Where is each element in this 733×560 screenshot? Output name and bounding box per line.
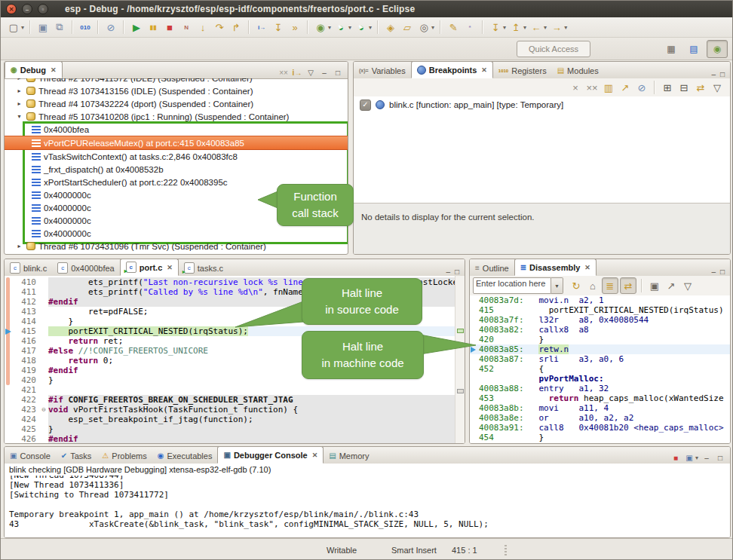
line-ruler[interactable] bbox=[5, 317, 14, 326]
thread-row[interactable]: ▸Thread #2 1073411572 (IDLE) (Suspended … bbox=[5, 78, 348, 84]
tab-variables[interactable]: (x)= Variables bbox=[354, 63, 411, 78]
open-type-icon[interactable]: ◈ bbox=[383, 20, 398, 35]
close-icon[interactable]: ✕ bbox=[312, 451, 318, 459]
thread-row[interactable]: ▸Thread #3 1073413156 (IDLE) (Suspended … bbox=[5, 84, 348, 97]
minimize-icon[interactable]: – bbox=[711, 70, 716, 78]
back-icon[interactable]: ← bbox=[529, 20, 544, 35]
track-expression-toggle-icon[interactable]: ⇄ bbox=[620, 277, 636, 294]
view-instruction-step-icon[interactable]: i→ bbox=[291, 66, 303, 78]
breakpoints-list[interactable]: ✓ blink.c [function: app_main] [type: Te… bbox=[354, 96, 730, 203]
window-close-button[interactable]: ✕ bbox=[6, 4, 17, 14]
tab-problems[interactable]: ⚠ Problems bbox=[97, 448, 152, 464]
close-icon[interactable]: ✕ bbox=[51, 66, 57, 74]
remove-all-terminated-icon[interactable]: ×× bbox=[278, 66, 290, 78]
pin-editor-caret[interactable]: ▾ bbox=[523, 24, 526, 31]
minimize-icon[interactable]: – bbox=[446, 268, 450, 276]
stack-frame-row[interactable]: 0x4000bfea bbox=[5, 123, 348, 136]
disassembly-row[interactable]: 40083a7f: l32r a8, 0x40080544 bbox=[470, 315, 730, 325]
quick-access-box[interactable]: Quick Access bbox=[517, 41, 590, 57]
tab-port-c[interactable]: c port.c ✕ bbox=[120, 259, 179, 276]
line-ruler[interactable] bbox=[5, 434, 14, 443]
line-ruler[interactable] bbox=[5, 385, 14, 395]
disassembly-row[interactable]: 40083a88: entry a1, 32 bbox=[470, 384, 730, 393]
line-ruler[interactable] bbox=[5, 336, 14, 346]
debug-caret[interactable]: ▾ bbox=[328, 24, 331, 31]
run-caret[interactable]: ▾ bbox=[348, 24, 351, 31]
console-output[interactable]: [New Thread 1073408744][New Thread 10734… bbox=[5, 476, 730, 537]
collapse-all-icon[interactable]: ⊟ bbox=[676, 80, 692, 95]
new-view-icon[interactable]: ▣ bbox=[647, 278, 662, 293]
refresh-icon[interactable]: ↻ bbox=[569, 278, 584, 293]
goto-file-icon[interactable]: ↗ bbox=[618, 80, 633, 95]
console-terminate-icon[interactable]: ■ bbox=[670, 451, 682, 464]
line-ruler[interactable] bbox=[5, 415, 14, 424]
instruction-stepping-icon[interactable]: i→ bbox=[254, 20, 269, 35]
console-minimize-icon[interactable]: – bbox=[701, 451, 713, 464]
forward-icon[interactable]: → bbox=[549, 20, 564, 35]
thread-row[interactable]: ▾Thread #5 1073410208 (ipc1 : Running) (… bbox=[5, 110, 348, 123]
disassembly-row[interactable]: 415 portEXIT_CRITICAL_NESTED(irqStatus) bbox=[470, 305, 730, 315]
expand-arrow-icon[interactable]: ▸ bbox=[15, 87, 23, 94]
view-menu-icon[interactable]: ▽ bbox=[305, 66, 317, 78]
thread-row[interactable]: ▸Thread #4 1073432224 (dport) (Suspended… bbox=[5, 97, 348, 110]
disconnect-icon[interactable]: N bbox=[179, 20, 194, 35]
tab-debug[interactable]: ◉ Debug ✕ bbox=[5, 61, 63, 78]
tab-0x4000bfea[interactable]: c 0x4000bfea bbox=[52, 260, 120, 276]
horizontal-sash[interactable] bbox=[4, 255, 731, 259]
line-ruler[interactable] bbox=[5, 346, 14, 356]
forward-caret[interactable]: ▾ bbox=[564, 24, 567, 31]
show-source-toggle-icon[interactable]: ≣ bbox=[602, 277, 618, 294]
disassembly-row[interactable]: 40083a85: retw.n bbox=[470, 344, 730, 354]
fold-icon[interactable]: ⊖ bbox=[39, 405, 48, 415]
close-icon[interactable]: ✕ bbox=[584, 264, 590, 271]
display-console-caret[interactable]: ▾ bbox=[695, 454, 698, 461]
tab-blink-c[interactable]: c blink.c bbox=[5, 260, 52, 276]
line-ruler[interactable] bbox=[5, 405, 14, 415]
vertical-sash[interactable] bbox=[465, 259, 469, 444]
bp-view-menu-icon[interactable]: ▽ bbox=[710, 80, 725, 95]
disassembly-row[interactable]: 40083a91: call8 0x40081b20 <heap_caps_ma… bbox=[470, 423, 730, 433]
overview-annotation[interactable] bbox=[457, 389, 464, 393]
disassembly-listing[interactable]: 40083a7d: movi.n a2, 1415 portEXIT_CRITI… bbox=[470, 295, 730, 443]
tab-breakpoints[interactable]: Breakpoints ✕ bbox=[411, 61, 493, 78]
step-over-icon[interactable]: ↷ bbox=[212, 20, 227, 35]
tab-outline[interactable]: ≡ Outline bbox=[470, 260, 514, 276]
line-ruler[interactable] bbox=[5, 297, 14, 307]
close-icon[interactable]: ✕ bbox=[167, 264, 173, 271]
open-perspective-icon[interactable]: ▦ bbox=[661, 41, 681, 57]
line-ruler[interactable] bbox=[5, 326, 14, 336]
last-edit-location-caret[interactable]: ▾ bbox=[503, 24, 506, 31]
stack-frame-row[interactable]: 0x4000000c bbox=[5, 227, 348, 240]
debug-icon[interactable]: ◉ bbox=[313, 20, 328, 35]
window-minimize-button[interactable]: – bbox=[22, 4, 32, 14]
resume-icon[interactable]: ▶ bbox=[129, 20, 144, 35]
expand-arrow-icon[interactable]: ▸ bbox=[15, 100, 23, 107]
minimize-icon[interactable]: – bbox=[711, 268, 716, 276]
disassembly-row[interactable]: 40083a82: callx8 a8 bbox=[470, 325, 730, 335]
cpp-perspective-icon[interactable]: ▤ bbox=[684, 41, 704, 57]
line-ruler[interactable] bbox=[5, 307, 14, 317]
line-ruler[interactable] bbox=[5, 424, 14, 434]
back-caret[interactable]: ▾ bbox=[544, 24, 547, 31]
maximize-icon[interactable]: □ bbox=[455, 268, 459, 276]
overview-ruler[interactable] bbox=[455, 276, 465, 443]
save-icon[interactable]: ▣ bbox=[35, 20, 51, 35]
disasm-menu-icon[interactable]: ▽ bbox=[680, 278, 695, 293]
step-return-icon[interactable]: ↱ bbox=[228, 20, 244, 35]
step-into-icon[interactable]: ↓ bbox=[195, 20, 210, 35]
link-with-debug-icon[interactable]: ⇄ bbox=[693, 80, 708, 95]
stack-frame-row[interactable]: vTaskSwitchContext() at tasks.c:2,846 0x… bbox=[5, 150, 348, 163]
disassembly-row[interactable]: 420 } bbox=[470, 335, 730, 344]
stack-frame-row[interactable]: _frxt_dispatch() at 0x4008532b bbox=[5, 163, 348, 176]
stack-frame-row[interactable]: vPortCPUReleaseMutex() at port.c:415 0x4… bbox=[5, 136, 348, 150]
save-all-icon[interactable]: ⧉ bbox=[52, 20, 67, 35]
binary-trace-icon[interactable]: 010 bbox=[78, 20, 93, 35]
location-dropdown-icon[interactable]: ▼ bbox=[551, 277, 563, 294]
overview-annotation[interactable] bbox=[457, 329, 464, 333]
disassembly-row[interactable]: or a2, a10, a10 bbox=[470, 442, 730, 443]
disassembly-row[interactable]: 452 { bbox=[470, 364, 730, 374]
pin-editor-icon[interactable]: ↥ bbox=[508, 20, 523, 35]
line-ruler[interactable] bbox=[5, 366, 14, 375]
mark-occurrences-icon[interactable]: ✎ bbox=[446, 20, 461, 35]
external-tools-icon[interactable]: ●▶ bbox=[354, 20, 369, 35]
